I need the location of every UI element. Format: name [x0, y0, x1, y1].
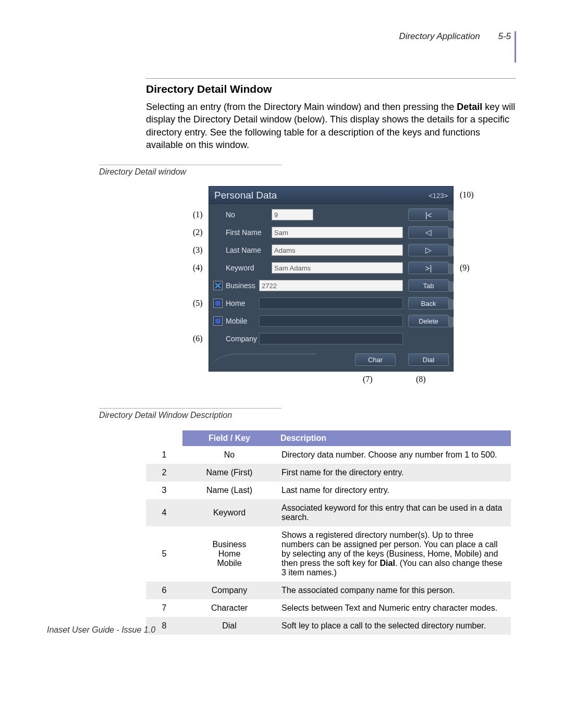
callout-5: (5) [193, 299, 203, 308]
btn-next[interactable]: ▷ [408, 244, 449, 256]
input-last-name[interactable] [272, 244, 403, 256]
cell-num: 1 [146, 446, 182, 464]
section-title: Directory Detail Window [146, 83, 516, 95]
callout-7: (7) [363, 375, 373, 384]
row-first-name: First Name ◁ [213, 225, 449, 240]
section: Directory Detail Window Selecting an ent… [146, 78, 516, 151]
btn-back-label: Back [421, 300, 436, 307]
btn-char-label: Char [368, 356, 383, 364]
input-business[interactable] [259, 280, 403, 291]
section-body-bold: Detail [457, 102, 482, 112]
description-table: Field / Key Description 1 No Directory d… [146, 430, 516, 635]
page-footer: Inaset User Guide - Issue 1.0 [47, 625, 155, 635]
row-keyword: Keyword >| [213, 261, 449, 275]
checkbox-home[interactable] [213, 299, 223, 308]
phone-bottom-bar: Char Dial [209, 353, 453, 368]
section-rule [146, 78, 516, 79]
input-keyword[interactable] [272, 262, 403, 274]
cell-fk: BusinessHomeMobile [182, 526, 276, 582]
btn-first[interactable]: |< [408, 208, 449, 221]
callout-4: (4) [193, 263, 203, 273]
callout-3: (3) [193, 245, 203, 255]
label-first-name: First Name [226, 228, 272, 237]
btn-prev-label: ◁ [425, 228, 432, 237]
cell-fk: Name (First) [182, 464, 276, 482]
cell-num: 7 [146, 599, 182, 617]
cell-fk: Name (Last) [182, 482, 276, 499]
callout-10: (10) [460, 190, 474, 200]
cell-desc: Associated keyword for this entry that c… [276, 499, 511, 526]
cell-desc: Last name for directory entry. [276, 482, 511, 499]
table-row: 8 Dial Soft ley to place a call to the s… [146, 617, 511, 635]
row-business: Business Tab [213, 278, 449, 293]
checkbox-business[interactable] [213, 281, 223, 290]
table-row: 3 Name (Last) Last name for directory en… [146, 482, 511, 499]
btn-tab[interactable]: Tab [408, 279, 449, 292]
btn-dial[interactable]: Dial [408, 353, 449, 366]
table-caption-rule [99, 408, 282, 409]
cell-num: 4 [146, 499, 182, 526]
cell-num: 3 [146, 482, 182, 499]
btn-tab-label: Tab [423, 282, 434, 290]
phone-titlebar: Personal Data <123> [209, 187, 453, 204]
table-caption-block: Directory Detail Window Description [99, 408, 516, 420]
checkbox-mobile[interactable] [213, 316, 223, 326]
header-description: Description [276, 430, 511, 446]
btn-delete[interactable]: Delete [408, 315, 449, 327]
btn-last[interactable]: >| [408, 262, 449, 274]
btn-char[interactable]: Char [355, 353, 396, 366]
phone-panel: Personal Data <123> No |< First Name ◁ [209, 186, 454, 372]
bottom-callouts: (7) (8) [209, 372, 454, 387]
cell-desc: Soft ley to place a call to the selected… [276, 617, 511, 635]
phone-title-text: Personal Data [214, 190, 277, 201]
table-caption: Directory Detail Window Description [99, 411, 516, 420]
input-mode-indicator: <123> [429, 192, 448, 200]
figure-caption-block: Directory Detail window [99, 165, 516, 177]
input-company[interactable] [259, 333, 403, 344]
input-mobile[interactable] [259, 315, 403, 327]
btn-next-label: ▷ [425, 245, 432, 255]
row-last-name: Last Name ▷ [213, 243, 449, 257]
table-row: 6 Company The associated company name fo… [146, 582, 511, 599]
swoosh-decoration [212, 353, 316, 367]
cell-desc-bold: Dial [380, 559, 395, 567]
label-home: Home [226, 299, 259, 307]
label-business: Business [226, 281, 259, 290]
btn-prev[interactable]: ◁ [408, 226, 449, 239]
cell-fk: No [182, 446, 276, 464]
table-row: 1 No Directory data number. Choose any n… [146, 446, 511, 464]
cell-fk: Dial [182, 617, 276, 635]
phone-screenshot: (1) (2) (3) (4) (5) (6) (10) (9) Persona… [193, 186, 485, 387]
table-row: 4 Keyword Associated keyword for this en… [146, 499, 511, 526]
callout-2: (2) [193, 228, 203, 237]
label-mobile: Mobile [226, 317, 259, 325]
callout-6: (6) [193, 334, 203, 343]
cell-desc: Directory data number. Choose any number… [276, 446, 511, 464]
callout-9: (9) [460, 263, 470, 273]
label-keyword: Keyword [226, 264, 272, 272]
row-mobile: Mobile Delete [213, 314, 449, 328]
btn-dial-label: Dial [423, 356, 434, 364]
callout-1: (1) [193, 210, 203, 219]
page: Directory Application 5-5 Directory Deta… [0, 0, 563, 666]
input-home[interactable] [259, 298, 403, 309]
row-home: Home Back [213, 296, 449, 311]
figure-caption: Directory Detail window [99, 167, 516, 177]
section-body: Selecting an entry (from the Directory M… [146, 101, 516, 151]
input-no[interactable] [272, 209, 313, 220]
btn-first-label: |< [425, 211, 432, 219]
cell-desc: Selects between Text and Numeric entry c… [276, 599, 511, 617]
btn-last-label: >| [425, 264, 432, 273]
table-row: 2 Name (First) First name for the direct… [146, 464, 511, 482]
btn-back[interactable]: Back [408, 297, 449, 310]
cell-desc: First name for the directory entry. [276, 464, 511, 482]
figure-caption-rule [99, 165, 282, 165]
cell-desc: The associated company name for this per… [276, 582, 511, 599]
input-first-name[interactable] [272, 227, 403, 238]
page-header: Directory Application 5-5 [47, 31, 516, 68]
label-company: Company [226, 335, 259, 343]
cell-fk: Keyword [182, 499, 276, 526]
header-rule [515, 31, 516, 63]
table-row: 5 BusinessHomeMobile Shows a registered … [146, 526, 511, 582]
phone-body: No |< First Name ◁ Last Name ▷ [209, 204, 453, 346]
